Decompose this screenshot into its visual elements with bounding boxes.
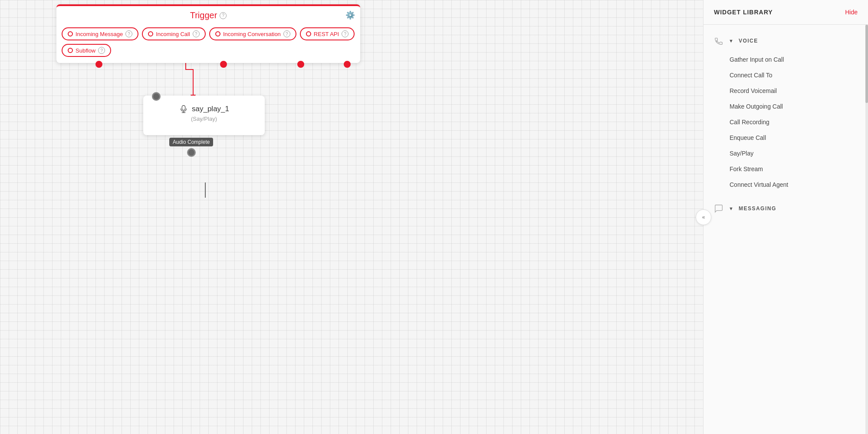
tab-help-rest-api[interactable]: ? [342,30,349,37]
tab-help-incoming-call[interactable]: ? [193,30,200,37]
settings-icon[interactable]: ⚙️ [345,10,355,20]
tab-radio-subflow [68,48,73,53]
item-make-outgoing-call[interactable]: Make Outgoing Call [704,99,868,114]
widget-name: say_play_1 [192,105,229,113]
trigger-tabs: Incoming Message ? Incoming Call ? Incom… [56,24,360,63]
dot-subflow [344,61,351,68]
voice-section-icon [714,36,723,46]
tab-rest-api[interactable]: REST API ? [300,27,355,40]
trigger-help-icon[interactable]: ? [220,12,227,19]
tab-incoming-message[interactable]: Incoming Message ? [62,27,138,40]
connectors-svg [0,0,703,434]
tab-radio-incoming-conversation [215,31,220,36]
tab-help-incoming-conversation[interactable]: ? [283,30,290,37]
voice-section-title: VOICE [739,38,758,44]
tab-radio-incoming-call [148,31,153,36]
tab-help-incoming-message[interactable]: ? [125,30,132,37]
trigger-label: Trigger [190,10,217,20]
item-call-recording[interactable]: Call Recording [704,114,868,130]
item-say-play[interactable]: Say/Play [704,146,868,161]
widget-type: (Say/Play) [152,116,256,122]
dot-incoming-conversation [220,61,227,68]
dot-incoming-message [95,61,102,68]
tab-label-incoming-message: Incoming Message [76,31,123,37]
tab-incoming-conversation[interactable]: Incoming Conversation ? [209,27,296,40]
panel-title: WIDGET LIBRARY [714,9,773,16]
widget-title: say_play_1 [152,104,256,114]
trigger-title: Trigger ? [190,10,227,20]
tab-help-subflow[interactable]: ? [98,47,105,54]
messaging-section-header: ▼ MESSAGING [704,199,868,218]
widget-block-say-play[interactable]: say_play_1 (Say/Play) Audio Complete [143,96,265,135]
tab-label-incoming-conversation: Incoming Conversation [223,31,281,37]
voice-arrow: ▼ [729,38,733,43]
canvas-area[interactable]: Trigger ? ⚙️ Incoming Message ? Incoming… [0,0,703,434]
item-record-voicemail[interactable]: Record Voicemail [704,83,868,99]
messaging-arrow: ▼ [729,206,733,211]
item-gather-input[interactable]: Gather Input on Call [704,52,868,67]
item-connect-virtual-agent[interactable]: Connect Virtual Agent [704,177,868,192]
voice-section-header: ▼ VOICE [704,32,868,50]
output-label: Audio Complete [169,138,213,146]
item-connect-call-to[interactable]: Connect Call To [704,67,868,83]
messaging-section-title: MESSAGING [739,205,776,212]
output-dot [187,148,196,157]
hide-link[interactable]: Hide [845,9,858,16]
trigger-block: Trigger ? ⚙️ Incoming Message ? Incoming… [56,4,360,63]
item-fork-stream[interactable]: Fork Stream [704,161,868,177]
scrollbar-track [865,25,868,434]
panel-content: ▼ VOICE Gather Input on Call Connect Cal… [704,25,868,434]
tab-incoming-call[interactable]: Incoming Call ? [142,27,206,40]
tab-label-incoming-call: Incoming Call [156,31,190,37]
item-enqueue-call[interactable]: Enqueue Call [704,130,868,146]
scrollbar-thumb[interactable] [865,25,868,103]
right-panel: « WIDGET LIBRARY Hide ▼ VOICE Gather Inp… [703,0,868,434]
widget-output: Audio Complete [169,138,213,157]
dot-rest-api [297,61,304,68]
trigger-header: Trigger ? ⚙️ [56,6,360,24]
say-play-icon [179,104,188,114]
messaging-section-icon [714,204,723,213]
tab-label-rest-api: REST API [314,31,339,37]
tab-label-subflow: Subflow [76,47,95,54]
panel-header: WIDGET LIBRARY Hide [704,0,868,25]
tab-subflow[interactable]: Subflow ? [62,44,111,57]
tab-radio-incoming-message [68,31,73,36]
tab-radio-rest-api [306,31,311,36]
widget-input-dot [152,92,161,101]
